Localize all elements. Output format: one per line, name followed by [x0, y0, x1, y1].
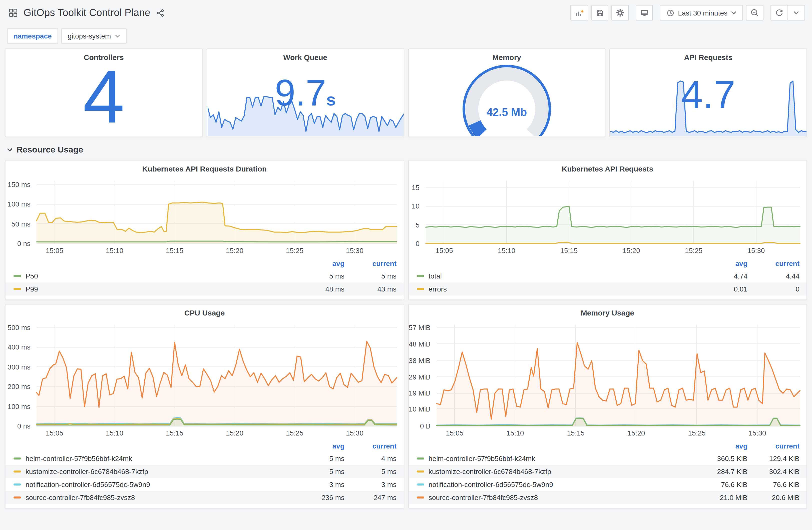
legend-row: helm-controller-57f9b56bbf-k24mk5 ms4 ms: [5, 452, 404, 465]
series-color-swatch: [417, 275, 424, 277]
series-color-swatch: [417, 484, 424, 486]
legend-row: source-controller-7fb84fc985-zvsz8236 ms…: [5, 491, 404, 504]
legend-row: P505 ms5 ms: [5, 269, 404, 282]
gauge-value: 42.5 Mb: [408, 106, 605, 119]
panel-title[interactable]: API Requests: [610, 49, 807, 64]
series-current: 0: [748, 285, 799, 293]
series-name[interactable]: notification-controller-6d56575dc-5w9n9: [26, 481, 292, 488]
plot-area[interactable]: 0 ns50 ms100 ms150 ms15:0515:1015:1515:2…: [5, 176, 404, 256]
legend-row: kustomize-controller-6c6784b468-7kzfp284…: [408, 465, 807, 478]
refresh-button[interactable]: [770, 5, 788, 20]
chart-legend: avgcurrenthelm-controller-57f9b56bbf-k24…: [408, 439, 807, 508]
series-color-swatch: [417, 497, 424, 499]
legend-column-current[interactable]: current: [748, 442, 799, 450]
save-dashboard-button[interactable]: [591, 5, 608, 20]
panel-title[interactable]: Work Queue: [207, 49, 404, 64]
series-name[interactable]: kustomize-controller-6c6784b468-7kzfp: [429, 468, 695, 475]
section-resource-usage[interactable]: Resource Usage: [7, 145, 807, 155]
legend-row: errors0.010: [408, 282, 807, 295]
series-name[interactable]: helm-controller-57f9b56bbf-k24mk: [429, 455, 695, 462]
chevron-down-icon: [7, 148, 13, 152]
series-name[interactable]: source-controller-7fb84fc985-zvsz8: [26, 494, 292, 501]
series-color-swatch: [14, 471, 21, 472]
legend-header: avgcurrent: [5, 440, 404, 452]
series-color-swatch: [14, 457, 21, 459]
panel-title[interactable]: CPU Usage: [5, 305, 404, 320]
legend-row: P9948 ms43 ms: [5, 282, 404, 295]
zoom-out-button[interactable]: [746, 5, 764, 20]
series-avg: 5 ms: [292, 272, 345, 280]
refresh-interval-dropdown[interactable]: [788, 5, 805, 20]
legend-column-avg[interactable]: avg: [695, 442, 748, 450]
gear-icon: [616, 9, 624, 17]
series-current: 76.6 KiB: [748, 481, 799, 488]
series-avg: 4.74: [695, 272, 748, 280]
series-name[interactable]: notification-controller-6d56575dc-5w9n9: [429, 481, 695, 488]
legend-column-current[interactable]: current: [345, 260, 396, 267]
panel-title[interactable]: Memory Usage: [408, 305, 807, 320]
cycle-view-button[interactable]: [636, 5, 653, 20]
save-icon: [596, 9, 604, 17]
series-current: 5 ms: [345, 272, 396, 280]
legend-row: notification-controller-6d56575dc-5w9n97…: [408, 478, 807, 491]
series-name[interactable]: total: [429, 272, 695, 280]
series-name[interactable]: helm-controller-57f9b56bbf-k24mk: [26, 455, 292, 462]
chart-canvas[interactable]: [408, 320, 807, 439]
series-avg: 76.6 KiB: [695, 481, 748, 488]
time-range-picker[interactable]: Last 30 minutes: [660, 5, 743, 20]
stat-value: 4.7: [610, 75, 807, 114]
legend-row: helm-controller-57f9b56bbf-k24mk360.5 Ki…: [408, 452, 807, 465]
legend-column-avg[interactable]: avg: [292, 442, 345, 450]
chart-legend: avgcurrentP505 ms5 msP9948 ms43 ms: [5, 256, 404, 299]
add-panel-button[interactable]: [570, 5, 589, 20]
panel-title[interactable]: Kubernetes API Requests Duration: [5, 161, 404, 176]
series-name[interactable]: source-controller-7fb84fc985-zvsz8: [429, 494, 695, 501]
panel-k8s-api-requests: Kubernetes API Requests05101515:0515:101…: [408, 160, 807, 300]
chart-canvas[interactable]: [5, 176, 404, 256]
series-avg: 21.0 MiB: [695, 494, 748, 501]
series-name[interactable]: kustomize-controller-6c6784b468-7kzfp: [26, 468, 292, 475]
refresh-icon: [775, 9, 783, 17]
series-color-swatch: [417, 457, 424, 459]
zoom-out-icon: [751, 9, 759, 17]
dashboard-settings-button[interactable]: [611, 5, 629, 20]
grafana-dashboard: GitOps Toolkit Control Plane: [0, 0, 812, 530]
legend-row: source-controller-7fb84fc985-zvsz821.0 M…: [408, 491, 807, 504]
series-name[interactable]: errors: [429, 285, 695, 293]
series-name[interactable]: P99: [26, 285, 292, 293]
legend-column-current[interactable]: current: [748, 260, 799, 267]
series-current: 43 ms: [345, 285, 396, 293]
chart-canvas[interactable]: [408, 176, 807, 256]
chevron-down-icon: [115, 34, 120, 38]
legend-column-current[interactable]: current: [345, 442, 396, 450]
series-current: 5 ms: [345, 468, 396, 475]
section-title: Resource Usage: [16, 145, 83, 155]
series-avg: 48 ms: [292, 285, 345, 293]
series-avg: 284.7 KiB: [695, 468, 748, 475]
plot-area[interactable]: 0 B10 MiB19 MiB29 MiB38 MiB48 MiB57 MiB1…: [408, 320, 807, 439]
grid-squares-icon[interactable]: [9, 9, 17, 17]
plot-area[interactable]: 0 ns100 ms200 ms300 ms400 ms500 ms15:051…: [5, 320, 404, 439]
dashboard-header: GitOps Toolkit Control Plane: [0, 0, 812, 23]
legend-column-avg[interactable]: avg: [292, 260, 345, 267]
series-name[interactable]: P50: [26, 272, 292, 280]
legend-row: total4.744.44: [408, 269, 807, 282]
panel-title[interactable]: Kubernetes API Requests: [408, 161, 807, 176]
legend-row: kustomize-controller-6c6784b468-7kzfp5 m…: [5, 465, 404, 478]
legend-column-avg[interactable]: avg: [695, 260, 748, 267]
share-icon[interactable]: [156, 9, 164, 17]
series-avg: 360.5 KiB: [695, 455, 748, 462]
series-color-swatch: [417, 471, 424, 472]
series-color-swatch: [14, 484, 21, 486]
namespace-select[interactable]: gitops-system: [61, 29, 127, 44]
add-panel-icon: [575, 9, 584, 17]
series-color-swatch: [14, 497, 21, 499]
stat-value: 4: [5, 59, 202, 134]
chart-legend: avgcurrenthelm-controller-57f9b56bbf-k24…: [5, 439, 404, 508]
plot-area[interactable]: 05101515:0515:1015:1515:2015:2515:30: [408, 176, 807, 256]
memory-gauge: [457, 61, 557, 136]
series-color-swatch: [14, 288, 21, 290]
series-current: 3 ms: [345, 481, 396, 488]
chart-canvas[interactable]: [5, 320, 404, 439]
variable-label: namespace: [7, 29, 58, 44]
